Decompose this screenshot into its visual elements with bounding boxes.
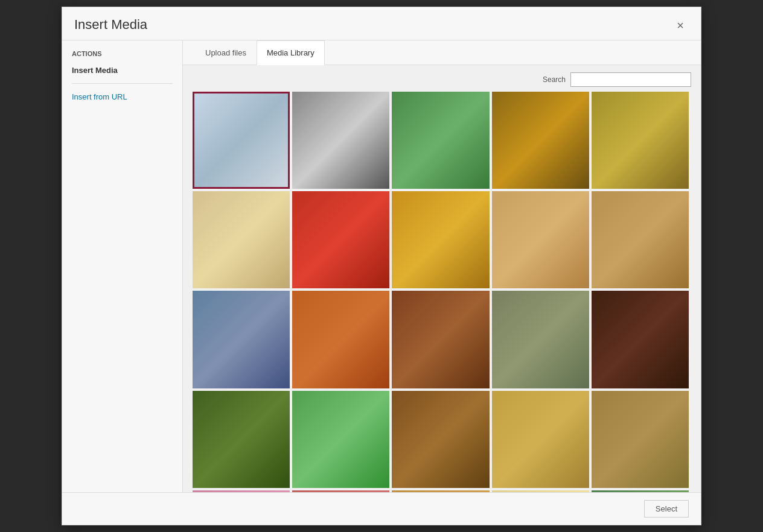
close-button[interactable]: ×	[672, 17, 689, 34]
search-input[interactable]	[570, 72, 691, 87]
image-swatch-25	[592, 490, 689, 492]
image-cell-5[interactable]	[592, 92, 689, 189]
select-button[interactable]: Select	[644, 500, 689, 518]
image-cell-3[interactable]	[392, 92, 489, 189]
image-cell-21[interactable]	[193, 490, 290, 492]
image-cell-15[interactable]	[592, 291, 689, 388]
insert-media-modal: Insert Media × Actions Insert Media Inse…	[62, 7, 701, 525]
image-swatch-21	[193, 490, 290, 492]
image-swatch-5	[592, 92, 689, 189]
image-swatch-14	[492, 291, 589, 388]
image-swatch-13	[392, 291, 489, 388]
image-swatch-3	[392, 92, 489, 189]
image-cell-11[interactable]	[193, 291, 290, 388]
image-swatch-9	[492, 191, 589, 288]
image-cell-9[interactable]	[492, 191, 589, 288]
image-cell-7[interactable]	[292, 191, 389, 288]
image-cell-8[interactable]	[392, 191, 489, 288]
image-cell-6[interactable]	[193, 191, 290, 288]
sidebar-item-insert-from-url[interactable]: Insert from URL	[62, 89, 182, 105]
image-cell-25[interactable]	[592, 490, 689, 492]
image-swatch-20	[592, 391, 689, 488]
image-cell-17[interactable]	[292, 391, 389, 488]
search-label: Search	[543, 75, 566, 84]
image-cell-2[interactable]	[292, 92, 389, 189]
image-swatch-23	[392, 490, 489, 492]
modal-body: Actions Insert Media Insert from URL Upl…	[62, 40, 701, 492]
image-swatch-22	[292, 490, 389, 492]
image-cell-13[interactable]	[392, 291, 489, 388]
image-swatch-8	[392, 191, 489, 288]
image-swatch-6	[193, 191, 290, 288]
sidebar-active-item: Insert Media	[62, 62, 182, 78]
image-cell-12[interactable]	[292, 291, 389, 388]
tabs-bar: Upload files Media Library	[183, 40, 701, 65]
image-swatch-1	[193, 92, 290, 189]
image-cell-4[interactable]	[492, 92, 589, 189]
tab-media-library[interactable]: Media Library	[257, 40, 325, 65]
modal-header: Insert Media ×	[62, 7, 701, 40]
media-content: Search	[183, 65, 701, 492]
image-swatch-15	[592, 291, 689, 388]
image-cell-20[interactable]	[592, 391, 689, 488]
modal-title: Insert Media	[74, 17, 147, 33]
image-swatch-24	[492, 490, 589, 492]
search-bar: Search	[193, 72, 691, 87]
image-swatch-7	[292, 191, 389, 288]
image-swatch-18	[392, 391, 489, 488]
image-cell-1[interactable]	[193, 92, 290, 189]
sidebar-heading: Actions	[62, 50, 182, 62]
image-swatch-4	[492, 92, 589, 189]
image-swatch-10	[592, 191, 689, 288]
image-cell-22[interactable]	[292, 490, 389, 492]
sidebar-divider	[72, 83, 173, 84]
image-grid	[193, 92, 691, 492]
image-swatch-11	[193, 291, 290, 388]
content-area: Upload files Media Library Search	[183, 40, 701, 492]
image-swatch-17	[292, 391, 389, 488]
tab-upload-files[interactable]: Upload files	[195, 40, 257, 65]
image-cell-14[interactable]	[492, 291, 589, 388]
image-cell-18[interactable]	[392, 391, 489, 488]
image-swatch-16	[193, 391, 290, 488]
image-swatch-2	[292, 92, 389, 189]
sidebar: Actions Insert Media Insert from URL	[62, 40, 183, 492]
image-cell-16[interactable]	[193, 391, 290, 488]
image-swatch-19	[492, 391, 589, 488]
image-cell-24[interactable]	[492, 490, 589, 492]
image-cell-10[interactable]	[592, 191, 689, 288]
modal-footer: Select	[62, 492, 701, 525]
image-cell-19[interactable]	[492, 391, 589, 488]
image-swatch-12	[292, 291, 389, 388]
image-grid-scroll[interactable]	[193, 92, 691, 492]
modal-overlay: Insert Media × Actions Insert Media Inse…	[0, 0, 763, 532]
image-cell-23[interactable]	[392, 490, 489, 492]
